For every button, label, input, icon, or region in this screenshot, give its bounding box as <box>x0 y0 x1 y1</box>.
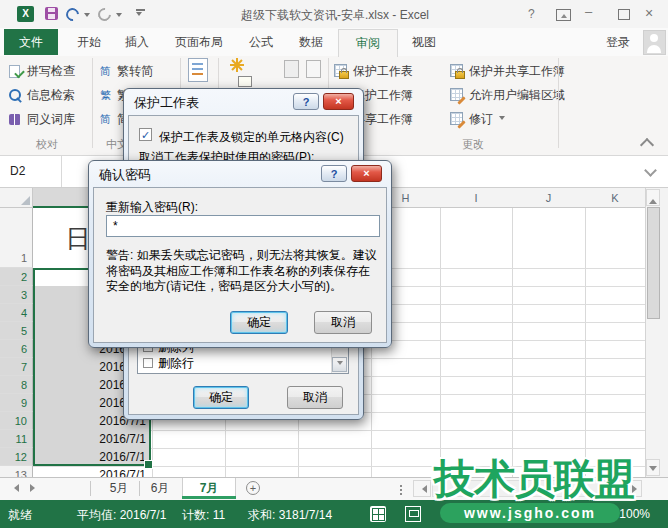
tab-file[interactable]: 文件 <box>4 29 58 55</box>
fill-handle[interactable] <box>144 460 153 469</box>
listbox-scroll-down-icon[interactable] <box>332 357 347 372</box>
button-label: 同义词库 <box>27 111 75 128</box>
dialog-close-icon[interactable]: × <box>351 165 382 182</box>
sheet-nav-left-icon[interactable] <box>10 484 19 492</box>
dialog-help-icon[interactable]: ? <box>321 165 347 182</box>
protect-ok-button[interactable]: 确定 <box>193 386 249 409</box>
status-average: 平均值: 2016/7/1 <box>77 507 166 524</box>
row-header-9[interactable]: 9 <box>0 394 33 412</box>
sheet-tab-6月[interactable]: 6月 <box>140 478 180 499</box>
password-input[interactable]: * <box>106 215 380 237</box>
group-separator <box>92 58 93 148</box>
status-sum: 求和: 3181/7/14 <box>248 507 332 524</box>
active-tab-underline <box>182 496 236 499</box>
row-header-5[interactable]: 5 <box>0 322 33 340</box>
ribbon-tab-1[interactable]: 插入 <box>114 29 160 56</box>
dialog-title: 保护工作表 <box>134 94 199 112</box>
ribbon-button-changes-a0[interactable]: 保护工作表 <box>334 60 444 82</box>
sign-in-link[interactable]: 登录 <box>606 34 630 51</box>
avatar[interactable] <box>643 30 666 55</box>
button-label: 允许用户编辑区域 <box>469 87 565 104</box>
delete-comment-icon[interactable] <box>284 60 299 78</box>
accessory-glyph <box>339 71 349 79</box>
dropdown-icon <box>499 116 505 123</box>
name-box[interactable]: D2 <box>0 156 62 187</box>
minimize-icon[interactable]: – <box>585 4 592 19</box>
column-header-K[interactable]: K <box>585 188 645 208</box>
ribbon-button-proofing-0[interactable]: 拼写检查 <box>8 60 90 82</box>
dialog-close-icon[interactable]: × <box>323 93 354 110</box>
select-all-corner[interactable] <box>0 188 33 208</box>
maximize-icon[interactable] <box>618 9 630 20</box>
undo-dropdown-icon[interactable] <box>84 13 90 20</box>
new-comment-icon[interactable] <box>230 58 252 87</box>
row-header-10[interactable]: 10 <box>0 412 33 430</box>
listbox-item-1[interactable]: 删除行 <box>140 355 330 371</box>
row-header-8[interactable]: 8 <box>0 376 33 394</box>
ribbon-tab-2[interactable]: 页面布局 <box>162 29 236 56</box>
row-header-12[interactable]: 12 <box>0 448 33 466</box>
ribbon-tab-4[interactable]: 数据 <box>286 29 336 56</box>
ribbon-button-proofing-1[interactable]: 信息检索 <box>8 84 90 106</box>
scroll-down-icon[interactable] <box>646 459 660 476</box>
row-header-13[interactable]: 13 <box>0 466 33 477</box>
ribbon-button-chinese-0[interactable]: 简繁转简 <box>98 60 178 82</box>
excel-window: X 超级下载软文资讯-安卓.xlsx - Excel ? – × 文件 开始插入… <box>0 0 668 528</box>
confirm-cancel-button[interactable]: 取消 <box>314 311 372 334</box>
row-header-7[interactable]: 7 <box>0 358 33 376</box>
scroll-up-icon[interactable] <box>646 189 660 206</box>
undo-icon[interactable] <box>66 8 79 21</box>
item-checkbox[interactable] <box>143 358 153 368</box>
spell-icon <box>8 64 23 79</box>
row-header-3[interactable]: 3 <box>0 286 33 304</box>
ribbon-tab-3[interactable]: 公式 <box>238 29 284 56</box>
row-header-1[interactable]: 1 <box>0 208 33 268</box>
excel-logo-icon: X <box>17 6 34 22</box>
button-label: 保护工作表 <box>353 63 413 80</box>
item-label: 删除行 <box>158 355 194 372</box>
new-sheet-icon[interactable]: + <box>246 481 260 495</box>
cell-date-row13[interactable]: 2016/7/1 <box>33 466 151 477</box>
row-header-11[interactable]: 11 <box>0 430 33 448</box>
redo-dropdown-icon[interactable] <box>116 13 122 20</box>
ribbon-display-options-icon[interactable] <box>556 9 571 21</box>
view-normal-icon[interactable] <box>370 506 386 522</box>
sheet-nav-right-icon[interactable] <box>30 484 39 492</box>
button-label: 保护并共享工作簿 <box>469 63 565 80</box>
sheet-tab-5月[interactable]: 5月 <box>98 478 140 499</box>
column-header-J[interactable]: J <box>512 188 585 208</box>
hscroll-left-icon[interactable] <box>413 480 431 497</box>
dialog-body: 重新输入密码(R): * 警告: 如果丢失或忘记密码，则无法将其恢复。建议将密码… <box>93 187 387 343</box>
watermark-url: www.jsgho.com <box>440 503 620 523</box>
status-ready: 就绪 <box>8 507 32 524</box>
customize-qat-icon[interactable] <box>136 9 145 19</box>
row-header-6[interactable]: 6 <box>0 340 33 358</box>
button-label: 繁转简 <box>117 63 153 80</box>
button-label: 拼写检查 <box>27 63 75 80</box>
row-header-4[interactable]: 4 <box>0 304 33 322</box>
vertical-scroll-thumb[interactable] <box>647 207 660 319</box>
translate-icon[interactable] <box>188 58 208 82</box>
password-warning-text: 警告: 如果丢失或忘记密码，则无法将其恢复。建议将密码及其相应工作簿和工作表名称… <box>106 248 380 295</box>
group-separator <box>558 58 559 148</box>
chinese-char-icon: 简 <box>98 112 113 127</box>
dialog-help-icon[interactable]: ? <box>293 93 319 110</box>
ribbon-button-proofing-2[interactable]: 同义词库 <box>8 108 90 130</box>
chinese-char-icon: 简 <box>98 64 113 79</box>
protect-contents-checkbox[interactable]: ✓ <box>139 128 152 141</box>
help-icon[interactable]: ? <box>528 7 535 21</box>
ribbon-tab-6[interactable]: 视图 <box>400 29 448 56</box>
row-header-2[interactable]: 2 <box>0 268 33 286</box>
ribbon-tab-0[interactable]: 开始 <box>66 29 112 56</box>
tab-split-handle[interactable] <box>400 483 402 497</box>
protect-icon <box>334 64 349 79</box>
ribbon-tab-5[interactable]: 审阅 <box>338 29 398 57</box>
view-page-layout-icon[interactable] <box>405 506 421 522</box>
close-icon[interactable]: × <box>645 5 653 21</box>
save-icon[interactable] <box>45 7 58 20</box>
protect-cancel-button[interactable]: 取消 <box>287 386 343 409</box>
column-header-I[interactable]: I <box>440 188 512 208</box>
confirm-ok-button[interactable]: 确定 <box>230 311 288 334</box>
gridline-vertical <box>440 208 441 477</box>
redo-icon[interactable] <box>98 8 111 21</box>
